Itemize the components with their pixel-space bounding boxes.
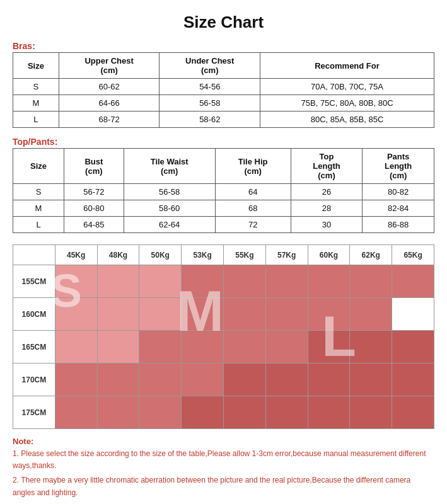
grid-cell [265,265,308,298]
grid-cell [97,331,139,364]
table-cell: 62-64 [124,217,215,233]
grid-cell [265,396,308,429]
grid-cell [392,396,434,429]
grid-table: 45Kg48Kg50Kg53Kg55Kg57Kg60Kg62Kg65Kg155C… [13,244,434,429]
bras-col-under-chest: Under Chest(cm) [160,53,260,79]
grid-cell [182,265,224,298]
grid-cell [350,331,392,364]
grid-cell [350,396,392,429]
table-cell: 68-72 [59,112,160,128]
grid-cell [392,364,434,396]
grid-cell [55,265,97,298]
table-cell: 58-60 [124,200,215,217]
grid-cell [55,396,97,429]
table-cell: M [13,95,59,112]
grid-cell [308,396,350,429]
table-row: M60-8058-60682882-84 [13,200,434,217]
table-cell: 75B, 75C, 80A, 80B, 80C [260,95,434,112]
notes-section: Note: 1. Please select the size accordin… [13,437,434,499]
table-cell: S [13,184,64,200]
table-cell: 64-66 [59,95,160,112]
table-cell: 56-72 [64,184,124,200]
grid-weight-header: 57Kg [265,245,308,265]
grid-cell [139,331,182,364]
grid-data-row: 165CM [13,331,434,364]
grid-height-label: 165CM [13,331,55,364]
table-cell: 82-84 [363,200,434,217]
grid-weight-header: 65Kg [392,245,434,265]
tp-col-waist: Tile Waist(cm) [124,149,215,184]
table-cell: 30 [291,217,363,233]
tp-col-bust: Bust(cm) [64,149,124,184]
top-pants-section: Top/Pants: Size Bust(cm) Tile Waist(cm) … [13,137,434,233]
grid-cell [350,364,392,396]
tp-col-hip: Tile Hip(cm) [215,149,291,184]
grid-corner-cell [13,245,55,265]
grid-data-row: 170CM [13,364,434,396]
grid-cell [223,298,265,331]
notes-text: 1. Please select the size according to t… [13,448,434,499]
table-cell: 64 [215,184,291,200]
table-cell: 80-82 [363,184,434,200]
note-line-2: 2. There maybe a very little chromatic a… [13,474,434,498]
table-cell: 64-85 [64,217,124,233]
top-pants-table: Size Bust(cm) Tile Waist(cm) Tile Hip(cm… [13,148,434,233]
grid-weight-header: 48Kg [97,245,139,265]
grid-cell [223,265,265,298]
table-row: L68-7258-6280C, 85A, 85B, 85C [13,112,434,128]
grid-cell [139,396,182,429]
tp-col-pants-length: PantsLength(cm) [363,149,434,184]
grid-cell [182,364,224,396]
grid-cell [265,298,308,331]
table-row: S60-6254-5670A, 70B, 70C, 75A [13,79,434,95]
table-cell: 26 [291,184,363,200]
table-cell: 54-56 [160,79,260,95]
grid-cell [182,396,224,429]
notes-title: Note: [13,437,434,446]
table-cell: 58-62 [160,112,260,128]
grid-cell [265,364,308,396]
table-cell: 80C, 85A, 85B, 85C [260,112,434,128]
grid-cell [97,298,139,331]
grid-header-row: 45Kg48Kg50Kg53Kg55Kg57Kg60Kg62Kg65Kg [13,245,434,265]
table-cell: L [13,112,59,128]
grid-height-label: 160CM [13,298,55,331]
grid-cell [139,298,182,331]
grid-weight-header: 62Kg [350,245,392,265]
top-pants-label: Top/Pants: [13,137,434,147]
grid-height-label: 170CM [13,364,55,396]
grid-cell [223,364,265,396]
table-cell: 56-58 [160,95,260,112]
grid-weight-header: 50Kg [139,245,182,265]
table-cell: 70A, 70B, 70C, 75A [260,79,434,95]
grid-cell [308,298,350,331]
grid-cell [139,265,182,298]
table-row: S56-7256-58642680-82 [13,184,434,200]
grid-weight-header: 45Kg [55,245,97,265]
bras-section: Bras: Size Upper Chest(cm) Under Chest(c… [13,41,434,128]
grid-cell [223,396,265,429]
grid-data-row: 175CM [13,396,434,429]
table-cell: S [13,79,59,95]
table-cell: 28 [291,200,363,217]
tp-col-size: Size [13,149,64,184]
grid-cell [55,331,97,364]
table-cell: M [13,200,64,217]
grid-cell [308,364,350,396]
top-pants-header-row: Size Bust(cm) Tile Waist(cm) Tile Hip(cm… [13,149,434,184]
grid-data-row: 155CM [13,265,434,298]
grid-cell [97,364,139,396]
grid-cell [55,298,97,331]
grid-cell [392,265,434,298]
note-line-1: 1. Please select the size according to t… [13,448,434,472]
grid-weight-header: 53Kg [182,245,224,265]
grid-cell [350,298,392,331]
grid-cell [139,364,182,396]
grid-weight-header: 55Kg [223,245,265,265]
grid-cell [182,331,224,364]
page-title: Size Chart [13,13,434,32]
grid-height-label: 155CM [13,265,55,298]
table-cell: 68 [215,200,291,217]
grid-cell [97,396,139,429]
grid-cell [223,331,265,364]
